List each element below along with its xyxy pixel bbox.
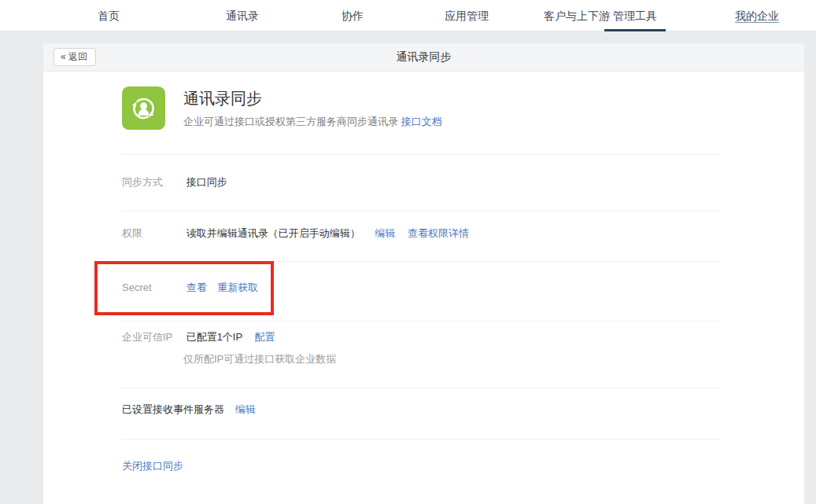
contacts-sync-icon (122, 86, 165, 130)
back-button[interactable]: « 返回 (54, 48, 96, 66)
event-server-text: 已设置接收事件服务器 (122, 403, 224, 415)
nav-item-app-management[interactable]: 应用管理 (445, 0, 489, 31)
app-title: 通讯录同步 (183, 88, 442, 109)
page: 首页 通讯录 协作 应用管理 客户与上下游 管理工具 我的企业 « 返回 通讯录… (0, 0, 816, 504)
card-toolbar: « 返回 通讯录同步 (43, 43, 804, 72)
permission-detail-link[interactable]: 查看权限详情 (408, 227, 469, 239)
nav-item-collaboration[interactable]: 协作 (342, 0, 364, 31)
row-permission: 权限 读取并编辑通讯录（已开启手动编辑） 编辑 查看权限详情 (122, 211, 721, 261)
row-sync-method: 同步方式 接口同步 (122, 154, 721, 211)
app-description-text: 企业可通过接口或授权第三方服务商同步通讯录 (183, 116, 398, 127)
trusted-ip-config-link[interactable]: 配置 (255, 331, 275, 343)
app-header: 通讯录同步 企业可通过接口或授权第三方服务商同步通讯录 接口文档 (122, 72, 721, 130)
event-server-edit-link[interactable]: 编辑 (235, 403, 256, 415)
settings-list: 同步方式 接口同步 权限 读取并编辑通讯录（已开启手动编辑） 编辑 查看权限详情… (122, 154, 721, 504)
sync-method-value: 接口同步 (186, 176, 227, 188)
permission-label: 权限 (122, 226, 183, 241)
trusted-ip-value: 已配置1个IP (186, 331, 242, 343)
page-title: 通讯录同步 (43, 50, 804, 64)
api-doc-link[interactable]: 接口文档 (401, 116, 442, 127)
nav-item-contacts[interactable]: 通讯录 (226, 0, 259, 31)
row-secret: Secret 查看 重新获取 (122, 261, 721, 321)
card-body: 通讯录同步 企业可通过接口或授权第三方服务商同步通讯录 接口文档 同步方式 接口… (43, 72, 804, 504)
trusted-ip-note: 仅所配IP可通过接口获取企业数据 (183, 352, 721, 366)
secret-refresh-link[interactable]: 重新获取 (217, 281, 258, 293)
app-header-text: 通讯录同步 企业可通过接口或授权第三方服务商同步通讯录 接口文档 (183, 86, 442, 130)
trusted-ip-label: 企业可信IP (122, 330, 183, 344)
secret-label: Secret (122, 281, 183, 295)
sync-method-label: 同步方式 (122, 175, 183, 189)
nav-item-home[interactable]: 首页 (98, 0, 120, 31)
content-card: « 返回 通讯录同步 通讯录同步 (43, 43, 804, 504)
secret-view-link[interactable]: 查看 (186, 281, 207, 293)
row-close-sync: 关闭接口同步 (122, 439, 721, 504)
top-navbar: 首页 通讯录 协作 应用管理 客户与上下游 管理工具 我的企业 (0, 0, 816, 31)
app-description: 企业可通过接口或授权第三方服务商同步通讯录 接口文档 (183, 115, 442, 129)
row-event-server: 已设置接收事件服务器 编辑 (122, 388, 721, 439)
permission-edit-link[interactable]: 编辑 (375, 227, 395, 239)
permission-value: 读取并编辑通讯录（已开启手动编辑） (186, 227, 360, 239)
nav-item-customers[interactable]: 客户与上下游 (544, 0, 610, 31)
nav-item-admin-tools[interactable]: 管理工具 (613, 0, 657, 31)
row-trusted-ip: 企业可信IP 已配置1个IP 配置 仅所配IP可通过接口获取企业数据 (122, 321, 721, 388)
nav-item-my-company[interactable]: 我的企业 (735, 0, 779, 31)
close-sync-link[interactable]: 关闭接口同步 (122, 460, 183, 472)
